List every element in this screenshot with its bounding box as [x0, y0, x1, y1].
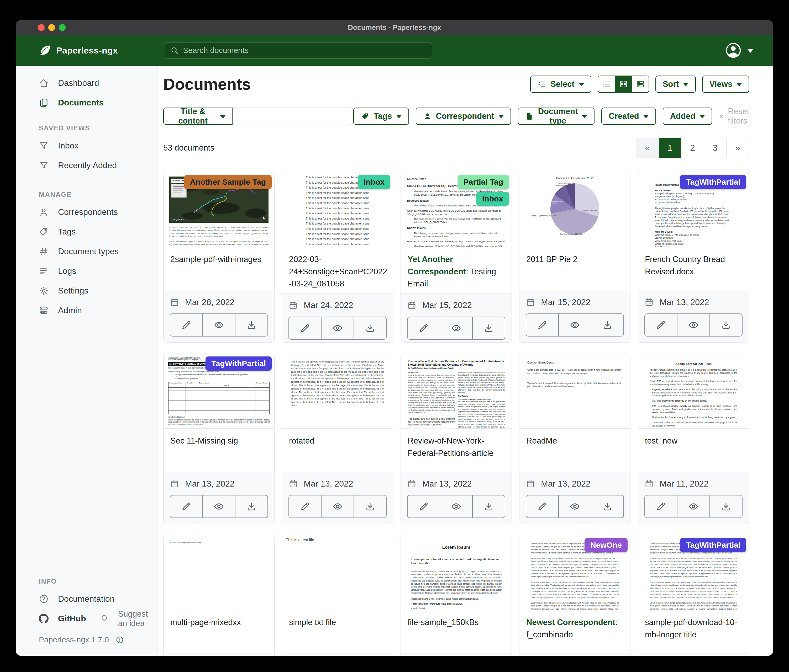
document-correspondent[interactable]: Newest Correspondent: [526, 618, 615, 627]
document-thumbnail[interactable]: French Country BreadFor the Leaven1 heap…: [638, 172, 749, 247]
edit-document-button[interactable]: [526, 314, 558, 336]
search-field-dropdown[interactable]: Title & content: [163, 108, 233, 125]
edit-document-button[interactable]: [407, 317, 440, 339]
view-document-button[interactable]: [202, 495, 235, 518]
tag-badge[interactable]: Inbox: [476, 192, 509, 206]
document-title[interactable]: simple txt file: [282, 610, 393, 653]
search-input[interactable]: [165, 42, 432, 59]
sidebar-item-settings[interactable]: Settings: [16, 281, 157, 301]
tag-badge[interactable]: Inbox: [358, 175, 390, 189]
document-thumbnail[interactable]: Lorem ipsum dolor sit amet, consectetur …: [519, 535, 630, 610]
document-title[interactable]: French Country Bread Revised.docx: [638, 247, 749, 290]
document-card[interactable]: Boundary Waters TripGoogle EarthCurabitu…: [163, 172, 275, 342]
document-title[interactable]: 2011 BP Pie 2: [519, 247, 630, 290]
edit-document-button[interactable]: [170, 495, 202, 518]
edit-document-button[interactable]: [170, 314, 202, 336]
close-window-button[interactable]: [38, 24, 45, 31]
view-document-button[interactable]: [321, 317, 353, 339]
tag-badge[interactable]: NewOne: [585, 538, 628, 552]
document-card[interactable]: This is the text that appears on the fir…: [282, 354, 393, 524]
document-card[interactable]: Review of New York Federal Petitions for…: [401, 354, 512, 524]
document-card[interactable]: This is a multi page document. Page 1.mu…: [163, 535, 275, 656]
document-card[interactable]: Release NotesSimba ODBC Driver for SQL S…: [401, 172, 512, 342]
document-title[interactable]: rotated: [282, 428, 393, 471]
document-card[interactable]: Application for Medical Staff Membership…: [163, 354, 275, 524]
sidebar-item-document-types[interactable]: Document types: [16, 242, 157, 261]
added-filter-button[interactable]: Added: [663, 108, 712, 125]
document-thumbnail[interactable]: This is a test for the double space char…: [282, 172, 393, 247]
pagination-page-1[interactable]: 1: [658, 138, 681, 158]
view-document-button[interactable]: [677, 495, 709, 518]
sidebar-item-tags[interactable]: Tags: [16, 222, 157, 242]
view-document-button[interactable]: [677, 314, 709, 336]
document-thumbnail[interactable]: Release NotesSimba ODBC Driver for SQL S…: [401, 172, 511, 247]
tag-badge[interactable]: Partial Tag: [458, 175, 509, 189]
tag-badge[interactable]: Another Sample Tag: [184, 175, 272, 189]
sidebar-item-admin[interactable]: Admin: [16, 301, 157, 320]
sidebar-item-suggest-an-idea[interactable]: Suggest an idea: [86, 609, 157, 629]
document-title[interactable]: Yet Another Correspondent: Testing Email: [401, 247, 511, 293]
edit-document-button[interactable]: [289, 495, 321, 518]
document-thumbnail[interactable]: Boundary Waters TripGoogle EarthCurabitu…: [163, 172, 274, 247]
download-document-button[interactable]: [591, 495, 623, 518]
sort-dropdown-button[interactable]: Sort: [655, 76, 696, 93]
document-card[interactable]: Adobe Acrobat PDF FilesAdobe® Portable D…: [638, 354, 749, 524]
view-document-button[interactable]: [558, 495, 591, 518]
document-card[interactable]: Patient BP Distribution 2011Isolated Sys…: [519, 172, 631, 342]
document-thumbnail[interactable]: This is the text that appears on the fir…: [282, 354, 393, 428]
download-document-button[interactable]: [235, 314, 267, 336]
edit-document-button[interactable]: [526, 495, 558, 518]
views-dropdown-button[interactable]: Views: [702, 76, 749, 93]
document-card[interactable]: Lorem ipsum dolor sit amet, consectetur …: [519, 535, 631, 656]
grid-view-button[interactable]: [615, 76, 632, 92]
reset-filters-button[interactable]: × Reset filters: [719, 107, 749, 126]
download-document-button[interactable]: [353, 317, 386, 339]
sidebar-item-documents[interactable]: Documents: [16, 93, 157, 113]
edit-document-button[interactable]: [289, 317, 321, 339]
zoom-window-button[interactable]: [59, 24, 65, 31]
document-card[interactable]: This is a test for the double space char…: [282, 172, 393, 342]
view-document-button[interactable]: [558, 314, 591, 336]
edit-document-button[interactable]: [645, 314, 677, 336]
app-brand[interactable]: Paperless-ngx: [38, 44, 118, 57]
document-card[interactable]: Lorem ipsumLorem ipsum dolor sit amet, c…: [401, 535, 512, 656]
sidebar-item-documentation[interactable]: Documentation: [16, 589, 157, 609]
info-circle-icon[interactable]: [116, 636, 124, 644]
minimize-window-button[interactable]: [48, 24, 55, 31]
download-document-button[interactable]: [591, 314, 623, 336]
detail-view-button[interactable]: [632, 76, 648, 92]
document-thumbnail[interactable]: Adobe Acrobat PDF FilesAdobe® Portable D…: [638, 354, 749, 428]
correspondent-filter-button[interactable]: Correspondent: [416, 108, 511, 125]
download-document-button[interactable]: [353, 495, 386, 518]
created-filter-button[interactable]: Created: [601, 108, 656, 125]
pagination-page-2[interactable]: 2: [681, 138, 704, 158]
sidebar-item-recently-added[interactable]: Recently Added: [16, 156, 157, 175]
document-title[interactable]: ReadMe: [519, 428, 630, 471]
sidebar-item-dashboard[interactable]: Dashboard: [16, 73, 157, 93]
download-document-button[interactable]: [472, 495, 505, 518]
document-title[interactable]: Newest Correspondent: f_combinado: [519, 610, 630, 653]
document-thumbnail[interactable]: Application for Medical Staff Membership…: [163, 354, 274, 428]
download-document-button[interactable]: [472, 317, 505, 339]
document-thumbnail[interactable]: Review of New York Federal Petitions for…: [401, 354, 511, 428]
sidebar-item-inbox[interactable]: Inbox: [16, 136, 157, 156]
view-document-button[interactable]: [440, 495, 472, 518]
download-document-button[interactable]: [709, 314, 742, 336]
pagination-next-button[interactable]: »: [726, 138, 749, 158]
sidebar-item-github[interactable]: GitHub: [16, 609, 86, 629]
document-card[interactable]: French Country BreadFor the Leaven1 heap…: [638, 172, 749, 342]
filter-text-input[interactable]: [233, 108, 353, 125]
document-thumbnail[interactable]: Patient BP Distribution 2011Isolated Sys…: [519, 172, 630, 247]
document-thumbnail[interactable]: This is a test file.: [282, 535, 393, 610]
select-dropdown-button[interactable]: Select: [530, 76, 591, 93]
document-title[interactable]: multi-page-mixedxx: [163, 610, 274, 653]
document-title[interactable]: file-sample_150kBs: [401, 610, 511, 653]
document-thumbnail[interactable]: Lorem ipsum dolor sit amet, consectetur …: [638, 535, 749, 610]
download-document-button[interactable]: [235, 495, 267, 518]
document-title[interactable]: 2022-03-24+Sonstige+ScanPC2022-03-24_081…: [282, 247, 393, 293]
view-document-button[interactable]: [440, 317, 472, 339]
document-title[interactable]: sample-pdf-download-10-mb-longer title: [638, 610, 749, 653]
list-view-button[interactable]: [598, 76, 615, 92]
edit-document-button[interactable]: [645, 495, 677, 518]
document-title[interactable]: test_new: [638, 428, 749, 471]
